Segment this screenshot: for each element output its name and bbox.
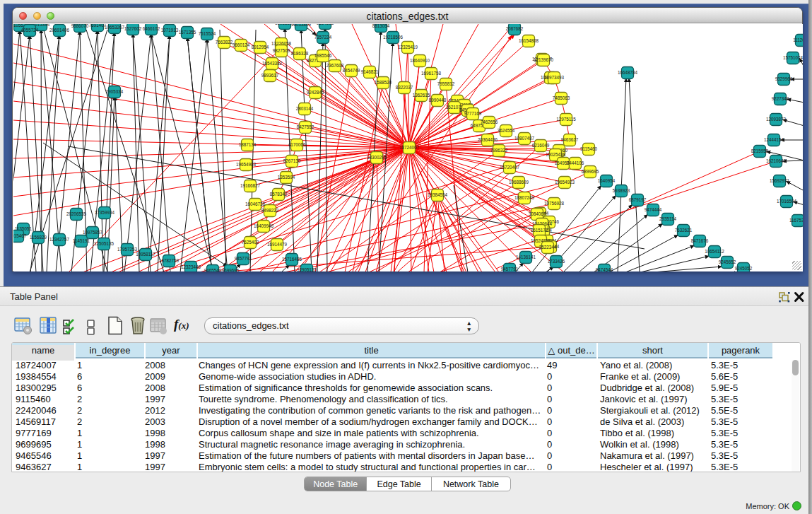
- svg-text:8912954: 8912954: [252, 45, 269, 49]
- svg-text:5938923: 5938923: [613, 188, 630, 193]
- svg-text:2367608: 2367608: [326, 63, 344, 68]
- svg-text:12342757: 12342757: [49, 237, 70, 242]
- svg-text:1671355: 1671355: [179, 30, 196, 35]
- svg-text:18724007: 18724007: [399, 145, 420, 150]
- svg-text:9634508: 9634508: [317, 24, 334, 25]
- svg-text:3624554: 3624554: [498, 128, 515, 133]
- svg-text:16210643: 16210643: [766, 158, 787, 163]
- svg-text:9465546: 9465546: [204, 268, 222, 271]
- svg-text:16782759: 16782759: [159, 258, 180, 263]
- svg-text:9245052: 9245052: [735, 266, 753, 271]
- svg-text:17957253: 17957253: [117, 247, 138, 252]
- svg-text:19654983: 19654983: [236, 162, 257, 167]
- svg-text:9827509: 9827509: [273, 48, 290, 53]
- svg-text:8427552: 8427552: [297, 124, 314, 129]
- svg-text:12139670: 12139670: [534, 57, 554, 62]
- svg-text:9660124: 9660124: [233, 42, 250, 47]
- svg-text:8215955: 8215955: [751, 148, 769, 153]
- svg-text:10756928: 10756928: [544, 201, 565, 206]
- svg-text:9242845: 9242845: [307, 90, 324, 95]
- svg-text:12975115: 12975115: [556, 117, 576, 122]
- svg-text:1615172: 1615172: [531, 228, 548, 233]
- svg-text:6899695: 6899695: [582, 169, 599, 174]
- svg-text:15720407: 15720407: [500, 165, 520, 170]
- svg-text:10973493: 10973493: [544, 75, 565, 80]
- svg-text:3915467: 3915467: [13, 233, 27, 238]
- svg-text:12905135: 12905135: [297, 267, 317, 271]
- svg-text:16409946: 16409946: [254, 223, 274, 228]
- svg-text:10654112: 10654112: [705, 249, 724, 254]
- svg-text:3084067: 3084067: [529, 211, 546, 216]
- svg-text:9777169: 9777169: [464, 111, 482, 116]
- svg-text:2522344: 2522344: [539, 245, 557, 250]
- svg-text:19166827: 19166827: [240, 183, 261, 188]
- svg-text:12093872: 12093872: [766, 117, 787, 122]
- svg-text:9474444: 9474444: [645, 207, 662, 212]
- svg-text:20206535: 20206535: [66, 211, 87, 216]
- svg-text:4170066: 4170066: [288, 142, 306, 147]
- svg-text:10807487: 10807487: [514, 136, 535, 141]
- svg-text:1353594: 1353594: [278, 175, 295, 180]
- svg-text:20364436: 20364436: [478, 137, 498, 142]
- svg-text:8267130: 8267130: [283, 158, 301, 163]
- svg-text:9463627: 9463627: [561, 137, 579, 142]
- svg-text:4055724: 4055724: [21, 28, 39, 33]
- svg-text:1588520: 1588520: [375, 80, 392, 85]
- svg-text:9115460: 9115460: [580, 146, 598, 151]
- svg-text:8322037: 8322037: [396, 85, 413, 90]
- svg-text:7625402: 7625402: [242, 240, 259, 245]
- svg-text:8444106: 8444106: [567, 160, 584, 165]
- svg-text:7485063: 7485063: [553, 95, 570, 100]
- svg-text:8813054: 8813054: [372, 24, 390, 28]
- svg-text:16046738: 16046738: [245, 201, 266, 206]
- svg-text:1145191: 1145191: [73, 238, 90, 243]
- svg-text:8471676: 8471676: [691, 238, 709, 243]
- svg-text:17016504: 17016504: [777, 199, 797, 204]
- svg-text:1167534: 1167534: [789, 218, 803, 223]
- svg-text:7986322: 7986322: [490, 148, 508, 153]
- svg-text:10025438: 10025438: [546, 152, 566, 157]
- svg-text:12505135: 12505135: [94, 241, 114, 246]
- svg-text:1640954: 1640954: [598, 178, 616, 183]
- svg-text:7357224: 7357224: [314, 35, 332, 40]
- svg-text:15692971: 15692971: [770, 178, 790, 183]
- svg-text:1112047: 1112047: [793, 37, 803, 42]
- svg-text:9146821: 9146821: [361, 69, 379, 74]
- svg-text:6879197: 6879197: [629, 197, 647, 202]
- svg-text:12444154: 12444154: [764, 137, 784, 142]
- svg-text:9227343: 9227343: [772, 96, 789, 101]
- svg-text:8578342: 8578342: [270, 192, 288, 197]
- svg-text:15716485: 15716485: [282, 257, 302, 262]
- svg-text:15751074: 15751074: [783, 55, 803, 60]
- svg-text:2803144: 2803144: [296, 106, 314, 111]
- svg-text:19384554: 19384554: [428, 192, 448, 197]
- svg-text:6216049: 6216049: [532, 143, 550, 148]
- svg-text:10688609: 10688609: [509, 180, 529, 185]
- svg-text:9457791: 9457791: [501, 267, 519, 271]
- svg-text:1527602: 1527602: [124, 26, 142, 31]
- svg-text:12323446: 12323446: [181, 264, 201, 269]
- svg-text:9245652: 9245652: [719, 259, 736, 264]
- svg-text:16543382: 16543382: [262, 61, 283, 66]
- svg-text:16914479: 16914479: [267, 242, 288, 247]
- svg-text:16154808: 16154808: [519, 38, 539, 43]
- svg-text:7955812: 7955812: [437, 81, 455, 86]
- svg-text:6466102: 6466102: [143, 26, 160, 31]
- svg-text:19218506: 19218506: [383, 35, 404, 40]
- svg-text:18300295: 18300295: [367, 155, 387, 160]
- svg-text:14136141: 14136141: [516, 255, 536, 259]
- svg-text:17359934: 17359934: [95, 210, 115, 215]
- svg-text:10653267: 10653267: [105, 25, 125, 30]
- svg-text:8990448: 8990448: [429, 98, 447, 103]
- svg-text:7462656: 7462656: [481, 119, 498, 124]
- svg-text:12325419: 12325419: [398, 45, 418, 49]
- svg-text:9474544: 9474544: [596, 267, 613, 271]
- svg-text:7632621: 7632621: [675, 228, 693, 233]
- svg-text:9893617: 9893617: [261, 73, 279, 78]
- svg-text:18807249: 18807249: [514, 195, 535, 200]
- svg-text:16033809: 16033809: [291, 24, 312, 27]
- svg-text:8454749: 8454749: [343, 68, 360, 73]
- svg-text:8498222: 8498222: [261, 208, 279, 213]
- svg-text:9329966: 9329966: [775, 76, 793, 81]
- svg-text:2905334: 2905334: [106, 89, 124, 94]
